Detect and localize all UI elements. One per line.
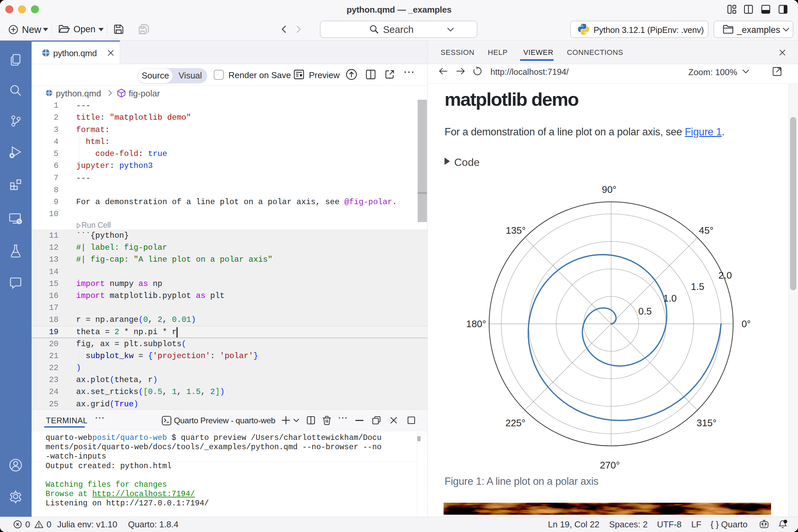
svg-text:1.0: 1.0 (663, 293, 677, 304)
svg-text:90°: 90° (602, 184, 616, 195)
svg-text:225°: 225° (506, 418, 525, 428)
svg-text:0°: 0° (741, 319, 751, 329)
svg-text:270°: 270° (600, 460, 620, 471)
svg-text:315°: 315° (697, 418, 717, 428)
svg-text:1.5: 1.5 (691, 281, 704, 292)
svg-text:45°: 45° (699, 225, 714, 236)
svg-text:2.0: 2.0 (719, 270, 732, 281)
svg-text:180°: 180° (466, 319, 486, 329)
svg-text:0.5: 0.5 (639, 306, 652, 317)
svg-text:135°: 135° (506, 225, 526, 236)
